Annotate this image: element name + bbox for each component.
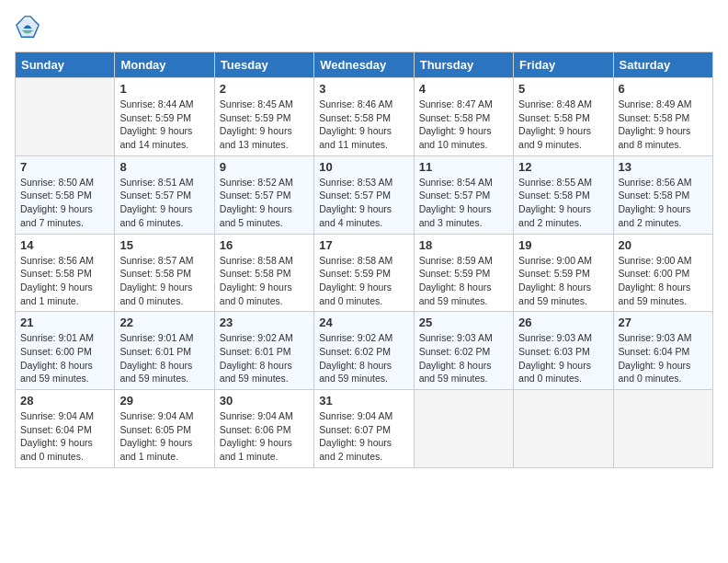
day-number: 7 — [20, 160, 109, 174]
day-info: Sunrise: 8:50 AM Sunset: 5:58 PM Dayligh… — [20, 176, 109, 230]
day-info: Sunrise: 9:04 AM Sunset: 6:04 PM Dayligh… — [20, 409, 109, 464]
day-number: 12 — [518, 160, 608, 174]
day-info: Sunrise: 8:46 AM Sunset: 5:58 PM Dayligh… — [319, 98, 408, 152]
weekday-header-tuesday: Tuesday — [214, 52, 313, 78]
calendar-cell: 11Sunrise: 8:54 AM Sunset: 5:57 PM Dayli… — [414, 155, 513, 234]
day-number: 10 — [319, 160, 408, 174]
calendar-cell: 3Sunrise: 8:46 AM Sunset: 5:58 PM Daylig… — [314, 78, 414, 156]
day-number: 2 — [220, 82, 309, 96]
calendar-cell — [16, 78, 115, 156]
calendar-cell: 18Sunrise: 8:59 AM Sunset: 5:59 PM Dayli… — [414, 234, 513, 312]
weekday-header-row: SundayMondayTuesdayWednesdayThursdayFrid… — [16, 52, 713, 78]
weekday-header-sunday: Sunday — [16, 52, 115, 78]
day-info: Sunrise: 8:56 AM Sunset: 5:58 PM Dayligh… — [619, 176, 708, 230]
day-info: Sunrise: 8:45 AM Sunset: 5:59 PM Dayligh… — [220, 98, 309, 152]
day-number: 20 — [619, 238, 708, 252]
day-info: Sunrise: 8:51 AM Sunset: 5:57 PM Dayligh… — [119, 176, 209, 230]
day-number: 29 — [119, 394, 209, 408]
day-info: Sunrise: 9:01 AM Sunset: 6:01 PM Dayligh… — [119, 331, 209, 385]
calendar-cell: 6Sunrise: 8:49 AM Sunset: 5:58 PM Daylig… — [613, 78, 712, 156]
calendar-cell: 10Sunrise: 8:53 AM Sunset: 5:57 PM Dayli… — [314, 155, 414, 234]
calendar-cell — [514, 390, 613, 468]
day-number: 31 — [319, 394, 408, 408]
day-info: Sunrise: 9:03 AM Sunset: 6:02 PM Dayligh… — [419, 331, 508, 385]
calendar-cell: 1Sunrise: 8:44 AM Sunset: 5:59 PM Daylig… — [115, 78, 214, 156]
calendar-cell: 29Sunrise: 9:04 AM Sunset: 6:05 PM Dayli… — [115, 390, 214, 468]
day-number: 26 — [518, 316, 608, 329]
day-info: Sunrise: 9:01 AM Sunset: 6:00 PM Dayligh… — [20, 331, 109, 385]
calendar-cell: 7Sunrise: 8:50 AM Sunset: 5:58 PM Daylig… — [16, 155, 115, 234]
day-info: Sunrise: 8:58 AM Sunset: 5:58 PM Dayligh… — [220, 254, 309, 308]
day-info: Sunrise: 8:53 AM Sunset: 5:57 PM Dayligh… — [319, 176, 408, 230]
day-info: Sunrise: 8:47 AM Sunset: 5:58 PM Dayligh… — [419, 98, 508, 152]
calendar-cell — [613, 390, 712, 468]
day-number: 13 — [619, 160, 708, 174]
day-info: Sunrise: 8:52 AM Sunset: 5:57 PM Dayligh… — [220, 176, 309, 230]
calendar-cell: 30Sunrise: 9:04 AM Sunset: 6:06 PM Dayli… — [214, 390, 313, 468]
calendar-cell: 4Sunrise: 8:47 AM Sunset: 5:58 PM Daylig… — [414, 78, 513, 156]
day-number: 22 — [119, 316, 209, 329]
day-info: Sunrise: 8:57 AM Sunset: 5:58 PM Dayligh… — [119, 254, 209, 308]
calendar-cell: 2Sunrise: 8:45 AM Sunset: 5:59 PM Daylig… — [214, 78, 313, 156]
day-number: 27 — [619, 316, 708, 329]
calendar-header: SundayMondayTuesdayWednesdayThursdayFrid… — [16, 52, 713, 78]
day-number: 8 — [119, 160, 209, 174]
page-header — [15, 15, 713, 40]
day-number: 14 — [20, 238, 109, 252]
weekday-header-friday: Friday — [514, 52, 613, 78]
day-number: 19 — [518, 238, 608, 252]
day-number: 18 — [419, 238, 508, 252]
day-info: Sunrise: 9:04 AM Sunset: 6:05 PM Dayligh… — [119, 409, 209, 464]
day-number: 30 — [220, 394, 309, 408]
day-number: 17 — [319, 238, 408, 252]
calendar-cell: 15Sunrise: 8:57 AM Sunset: 5:58 PM Dayli… — [115, 234, 214, 312]
calendar-cell: 27Sunrise: 9:03 AM Sunset: 6:04 PM Dayli… — [613, 312, 712, 390]
calendar-cell: 5Sunrise: 8:48 AM Sunset: 5:58 PM Daylig… — [514, 78, 613, 156]
day-info: Sunrise: 9:00 AM Sunset: 6:00 PM Dayligh… — [619, 254, 708, 308]
day-number: 5 — [518, 82, 608, 96]
calendar-cell: 31Sunrise: 9:04 AM Sunset: 6:07 PM Dayli… — [314, 390, 414, 468]
day-info: Sunrise: 9:00 AM Sunset: 5:59 PM Dayligh… — [518, 254, 608, 308]
logo — [15, 15, 44, 40]
calendar-cell: 21Sunrise: 9:01 AM Sunset: 6:00 PM Dayli… — [16, 312, 115, 390]
week-row-3: 14Sunrise: 8:56 AM Sunset: 5:58 PM Dayli… — [16, 234, 713, 312]
day-number: 25 — [419, 316, 508, 329]
day-number: 3 — [319, 82, 408, 96]
week-row-4: 21Sunrise: 9:01 AM Sunset: 6:00 PM Dayli… — [16, 312, 713, 390]
day-info: Sunrise: 8:48 AM Sunset: 5:58 PM Dayligh… — [518, 98, 608, 152]
logo-icon — [15, 15, 40, 40]
calendar-cell: 20Sunrise: 9:00 AM Sunset: 6:00 PM Dayli… — [613, 234, 712, 312]
day-info: Sunrise: 9:02 AM Sunset: 6:02 PM Dayligh… — [319, 331, 408, 385]
day-info: Sunrise: 9:03 AM Sunset: 6:04 PM Dayligh… — [619, 331, 708, 385]
week-row-5: 28Sunrise: 9:04 AM Sunset: 6:04 PM Dayli… — [16, 390, 713, 468]
day-info: Sunrise: 9:04 AM Sunset: 6:07 PM Dayligh… — [319, 409, 408, 464]
day-info: Sunrise: 8:54 AM Sunset: 5:57 PM Dayligh… — [419, 176, 508, 230]
weekday-header-saturday: Saturday — [613, 52, 712, 78]
weekday-header-wednesday: Wednesday — [314, 52, 414, 78]
calendar-cell: 14Sunrise: 8:56 AM Sunset: 5:58 PM Dayli… — [16, 234, 115, 312]
week-row-1: 1Sunrise: 8:44 AM Sunset: 5:59 PM Daylig… — [16, 78, 713, 156]
calendar-cell: 8Sunrise: 8:51 AM Sunset: 5:57 PM Daylig… — [115, 155, 214, 234]
calendar-cell: 28Sunrise: 9:04 AM Sunset: 6:04 PM Dayli… — [16, 390, 115, 468]
day-info: Sunrise: 9:02 AM Sunset: 6:01 PM Dayligh… — [220, 331, 309, 385]
calendar-cell: 19Sunrise: 9:00 AM Sunset: 5:59 PM Dayli… — [514, 234, 613, 312]
day-info: Sunrise: 8:44 AM Sunset: 5:59 PM Dayligh… — [119, 98, 209, 152]
calendar-table: SundayMondayTuesdayWednesdayThursdayFrid… — [15, 52, 713, 468]
calendar-cell: 23Sunrise: 9:02 AM Sunset: 6:01 PM Dayli… — [214, 312, 313, 390]
day-number: 21 — [20, 316, 109, 329]
day-number: 11 — [419, 160, 508, 174]
day-number: 24 — [319, 316, 408, 329]
day-number: 23 — [220, 316, 309, 329]
calendar-cell: 25Sunrise: 9:03 AM Sunset: 6:02 PM Dayli… — [414, 312, 513, 390]
calendar-cell: 13Sunrise: 8:56 AM Sunset: 5:58 PM Dayli… — [613, 155, 712, 234]
day-number: 28 — [20, 394, 109, 408]
calendar-body: 1Sunrise: 8:44 AM Sunset: 5:59 PM Daylig… — [16, 78, 713, 468]
day-info: Sunrise: 8:49 AM Sunset: 5:58 PM Dayligh… — [619, 98, 708, 152]
day-number: 6 — [619, 82, 708, 96]
day-info: Sunrise: 8:55 AM Sunset: 5:58 PM Dayligh… — [518, 176, 608, 230]
day-number: 16 — [220, 238, 309, 252]
calendar-cell: 12Sunrise: 8:55 AM Sunset: 5:58 PM Dayli… — [514, 155, 613, 234]
day-info: Sunrise: 8:59 AM Sunset: 5:59 PM Dayligh… — [419, 254, 508, 308]
day-number: 9 — [220, 160, 309, 174]
weekday-header-monday: Monday — [115, 52, 214, 78]
